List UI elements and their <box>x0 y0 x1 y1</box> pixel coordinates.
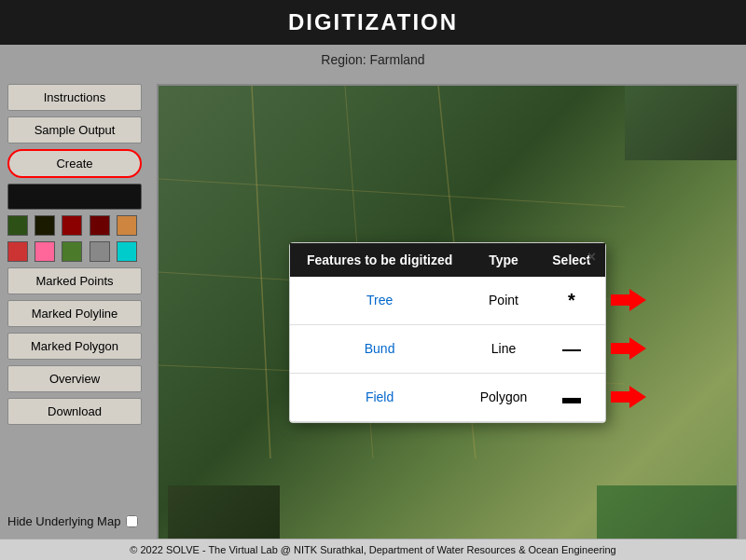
color-swatch[interactable] <box>117 241 137 262</box>
color-swatch[interactable] <box>90 215 110 236</box>
color-swatch[interactable] <box>7 241 28 262</box>
col-header-type: Type <box>469 243 538 277</box>
title-text: DIGITIZATION <box>288 9 458 34</box>
footer-text: © 2022 SOLVE - The Virtual Lab @ NITK Su… <box>130 544 615 555</box>
marked-polygon-button[interactable]: Marked Polygon <box>7 333 142 360</box>
hide-map-row: Hide Underlying Map <box>7 514 138 528</box>
features-table: Features to be digitized Type Select Tre… <box>290 243 605 422</box>
feature-select-tree[interactable]: * <box>538 277 605 325</box>
modal-overlay: × Features to be digitized Type Select T… <box>149 76 746 560</box>
color-swatch[interactable] <box>7 215 28 236</box>
feature-select-bund[interactable]: — <box>538 324 605 373</box>
color-swatch[interactable] <box>35 215 55 236</box>
page-title: DIGITIZATION <box>0 0 746 45</box>
map-area: × Features to be digitized Type Select T… <box>149 76 746 560</box>
table-row: Tree Point * <box>290 277 605 325</box>
download-button[interactable]: Download <box>7 398 142 425</box>
subtitle: Region: Farmland <box>0 52 746 67</box>
feature-name-field: Field <box>290 373 469 421</box>
feature-select-field[interactable]: ▬ <box>538 373 605 421</box>
col-header-feature: Features to be digitized <box>290 243 469 277</box>
color-swatch[interactable] <box>62 241 82 262</box>
overview-button[interactable]: Overview <box>7 365 142 392</box>
feature-selection-modal: × Features to be digitized Type Select T… <box>289 242 606 423</box>
subtitle-text: Region: Farmland <box>321 52 424 67</box>
marked-polyline-button[interactable]: Marked Polyline <box>7 300 142 327</box>
svg-marker-7 <box>611 337 646 360</box>
table-row: Bund Line — <box>290 324 605 373</box>
svg-marker-8 <box>611 386 646 408</box>
marked-points-button[interactable]: Marked Points <box>7 267 142 294</box>
active-color-display <box>7 184 142 210</box>
sidebar: Instructions Sample Output Create Marked… <box>0 76 149 560</box>
feature-type-line: Line <box>469 324 538 373</box>
arrow-icon <box>611 335 648 362</box>
svg-marker-6 <box>611 289 646 311</box>
feature-name-bund: Bund <box>290 324 469 373</box>
color-swatch[interactable] <box>35 241 55 262</box>
feature-name-tree: Tree <box>290 277 469 325</box>
sample-output-button[interactable]: Sample Output <box>7 116 142 143</box>
table-row: Field Polygon ▬ <box>290 373 605 421</box>
color-swatch[interactable] <box>62 215 82 236</box>
create-button[interactable]: Create <box>7 149 142 178</box>
color-swatch[interactable] <box>117 215 137 236</box>
color-swatch[interactable] <box>90 241 110 262</box>
hide-map-label: Hide Underlying Map <box>7 514 120 528</box>
feature-type-point: Point <box>469 277 538 325</box>
color-palette-row2 <box>7 241 142 262</box>
arrow-icon <box>611 384 648 410</box>
modal-close-button[interactable]: × <box>587 249 596 266</box>
arrow-icon <box>611 287 648 313</box>
feature-type-polygon: Polygon <box>469 373 538 421</box>
color-palette-row1 <box>7 215 142 236</box>
instructions-button[interactable]: Instructions <box>7 84 142 111</box>
hide-map-checkbox[interactable] <box>126 515 138 527</box>
page-footer: © 2022 SOLVE - The Virtual Lab @ NITK Su… <box>0 539 746 560</box>
